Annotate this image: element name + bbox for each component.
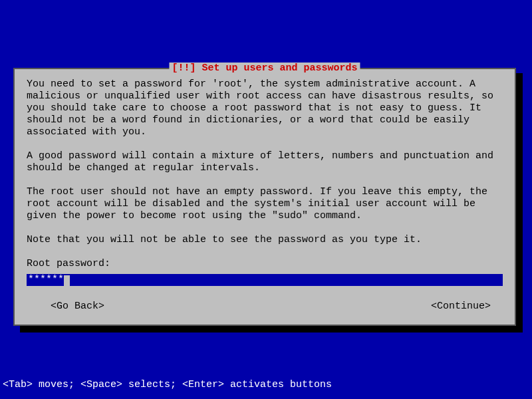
paragraph-3: The root user should not have an empty p… [27,186,503,222]
paragraph-1: You need to set a password for 'root', t… [27,78,503,138]
password-masked-value: ****** [28,274,64,285]
root-password-label: Root password: [27,258,503,270]
text-cursor [64,275,70,286]
dialog-title: [!!] Set up users and passwords [169,63,360,74]
paragraph-2: A good password will contain a mixture o… [27,150,503,174]
paragraph-4: Note that you will not be able to see th… [27,234,503,246]
dialog-box: [!!] Set up users and passwords You need… [13,68,516,326]
button-row: <Go Back> <Continue> [27,301,503,313]
help-line: <Tab> moves; <Space> selects; <Enter> ac… [3,379,332,391]
dialog-content: You need to set a password for 'root', t… [15,69,515,319]
go-back-button[interactable]: <Go Back> [51,301,104,313]
root-password-input[interactable]: ****** [27,274,503,286]
continue-button[interactable]: <Continue> [431,301,491,313]
